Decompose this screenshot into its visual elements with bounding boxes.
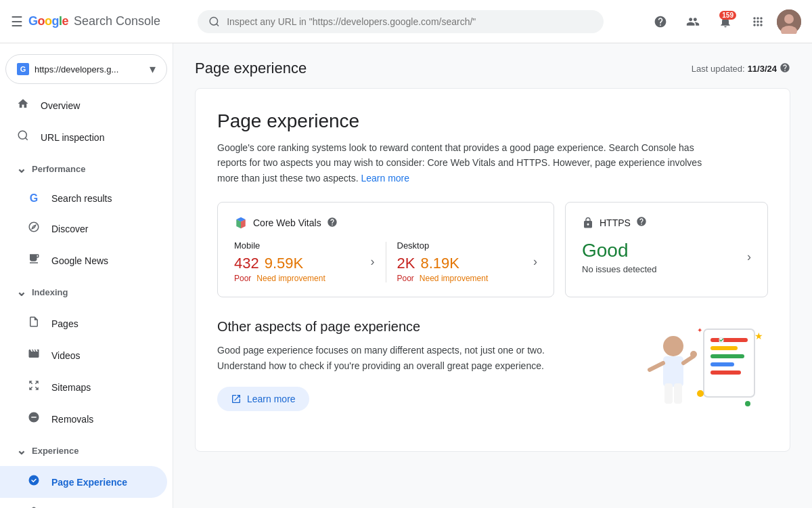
svg-point-25 bbox=[745, 401, 750, 406]
svg-rect-17 bbox=[710, 346, 738, 350]
avatar[interactable] bbox=[777, 9, 801, 34]
g-search-icon: G bbox=[27, 192, 41, 205]
sidebar-item-search-results[interactable]: G Search results bbox=[0, 184, 167, 213]
sidebar-item-url-inspection[interactable]: URL inspection bbox=[0, 121, 167, 153]
mobile-labels-row: Poor Need improvement bbox=[234, 274, 325, 283]
metric-divider bbox=[386, 242, 386, 282]
desktop-numbers: 2K 8.19K bbox=[397, 255, 489, 272]
svg-line-13 bbox=[683, 356, 694, 363]
apps-button[interactable] bbox=[744, 8, 771, 35]
svg-line-12 bbox=[650, 363, 663, 370]
videos-icon bbox=[27, 347, 41, 363]
page-title-bar: Page experience Last updated: 11/3/24 bbox=[195, 60, 790, 77]
sidebar-item-core-web-vitals[interactable]: Core Web Vitals bbox=[0, 498, 167, 508]
desktop-improve-label: Need improvement bbox=[420, 274, 488, 283]
page-title: Page experience bbox=[195, 60, 307, 77]
main-content: Page experience Last updated: 11/3/24 Pa… bbox=[173, 43, 812, 508]
topbar-actions: 159 bbox=[647, 8, 801, 35]
card-title: Page experience bbox=[217, 110, 768, 132]
site-g-icon: G bbox=[17, 63, 29, 75]
sidebar-item-page-experience[interactable]: Page Experience bbox=[0, 466, 167, 498]
sidebar-section-performance[interactable]: ⌄ Performance bbox=[0, 153, 173, 184]
learn-more-button[interactable]: Learn more bbox=[217, 387, 309, 411]
sidebar-item-videos[interactable]: Videos bbox=[0, 339, 167, 371]
https-status-group: Good No issues detected bbox=[582, 240, 657, 274]
mobile-arrow-icon[interactable]: › bbox=[371, 255, 375, 269]
mobile-improve-count: 9.59K bbox=[265, 255, 304, 272]
svg-rect-19 bbox=[710, 362, 734, 366]
product-name: Search Console bbox=[74, 14, 160, 28]
page-experience-illustration: ★ ✦ bbox=[633, 319, 768, 427]
mobile-numbers: 432 9.59K bbox=[234, 255, 325, 272]
sidebar-section-indexing[interactable]: ⌄ Indexing bbox=[0, 276, 173, 308]
cwv-card-title: Core Web Vitals bbox=[234, 216, 338, 230]
desktop-improve-count: 8.19K bbox=[420, 255, 459, 272]
desktop-arrow-icon[interactable]: › bbox=[533, 255, 537, 269]
learn-more-link[interactable]: Learn more bbox=[361, 173, 409, 184]
sidebar-item-removals[interactable]: Removals bbox=[0, 403, 167, 435]
other-aspects-description: Good page experience focuses on many dif… bbox=[217, 343, 556, 373]
https-arrow-icon[interactable]: › bbox=[747, 250, 751, 264]
https-status: Good bbox=[582, 240, 657, 261]
svg-point-3 bbox=[784, 14, 794, 24]
url-inspection-label: URL inspection bbox=[41, 132, 104, 143]
svg-line-6 bbox=[25, 137, 27, 140]
search-icon bbox=[208, 16, 220, 28]
topbar: ☰ Google Search Console 159 bbox=[0, 0, 812, 43]
logo-text: Google bbox=[28, 14, 68, 28]
users-button[interactable] bbox=[679, 8, 706, 35]
https-metric-card[interactable]: HTTPS Good No issues detected › bbox=[565, 202, 768, 297]
cwv-mobile-group: Mobile 432 9.59K Poor Need improvement bbox=[234, 240, 325, 283]
sidebar-section-experience[interactable]: ⌄ Experience bbox=[0, 435, 173, 466]
cwv-metric-card[interactable]: Core Web Vitals Mobile 432 9.59K bbox=[217, 202, 554, 297]
svg-point-14 bbox=[690, 351, 697, 358]
removals-icon bbox=[27, 411, 41, 427]
indexing-section-label: Indexing bbox=[32, 287, 68, 297]
sidebar-item-overview[interactable]: Overview bbox=[0, 89, 167, 121]
last-updated: Last updated: 11/3/24 bbox=[692, 62, 790, 75]
google-news-label: Google News bbox=[51, 255, 108, 266]
site-url: https://developers.g... bbox=[35, 64, 144, 75]
svg-point-0 bbox=[210, 17, 217, 24]
last-updated-help-icon[interactable] bbox=[780, 62, 790, 75]
other-aspects-section: Other aspects of page experience Good pa… bbox=[217, 319, 768, 429]
svg-point-5 bbox=[18, 131, 26, 139]
sidebar-item-sitemaps[interactable]: Sitemaps bbox=[0, 371, 167, 403]
cwv-help-icon[interactable] bbox=[327, 217, 338, 230]
notification-count: 159 bbox=[719, 11, 736, 20]
site-selector[interactable]: G https://developers.g... ▾ bbox=[5, 54, 167, 84]
chevron-down-icon-3: ⌄ bbox=[16, 443, 26, 458]
sidebar: G https://developers.g... ▾ Overview URL… bbox=[0, 43, 173, 508]
sidebar-item-pages[interactable]: Pages bbox=[0, 308, 167, 339]
news-icon bbox=[27, 253, 41, 268]
svg-text:✦: ✦ bbox=[697, 326, 702, 334]
help-button[interactable] bbox=[647, 8, 674, 35]
search-bar[interactable] bbox=[198, 10, 604, 33]
svg-rect-11 bbox=[674, 383, 682, 404]
https-help-icon[interactable] bbox=[636, 216, 647, 229]
mobile-label: Mobile bbox=[234, 240, 325, 251]
https-card-title: HTTPS bbox=[582, 216, 647, 229]
sidebar-item-google-news[interactable]: Google News bbox=[0, 245, 167, 276]
sitemaps-icon bbox=[27, 379, 41, 395]
search-results-label: Search results bbox=[51, 193, 112, 204]
learn-more-label: Learn more bbox=[247, 394, 296, 404]
sitemaps-label: Sitemaps bbox=[51, 382, 91, 393]
notifications-button[interactable]: 159 bbox=[712, 8, 739, 35]
sidebar-item-discover[interactable]: Discover bbox=[0, 213, 167, 245]
svg-rect-16 bbox=[710, 338, 748, 342]
discover-icon bbox=[27, 221, 41, 236]
experience-section-label: Experience bbox=[32, 446, 78, 456]
home-icon bbox=[16, 98, 30, 113]
menu-icon[interactable]: ☰ bbox=[11, 14, 23, 30]
svg-text:★: ★ bbox=[754, 331, 763, 341]
cwv-values: Mobile 432 9.59K Poor Need improvement › bbox=[234, 240, 537, 283]
metrics-row: Core Web Vitals Mobile 432 9.59K bbox=[217, 202, 768, 297]
svg-rect-9 bbox=[663, 356, 683, 387]
mobile-poor-label: Poor bbox=[234, 274, 251, 283]
search-input[interactable] bbox=[227, 16, 593, 27]
svg-line-1 bbox=[217, 24, 219, 26]
illustration-container: ★ ✦ bbox=[633, 319, 768, 429]
page-experience-label: Page Experience bbox=[51, 477, 127, 488]
mobile-poor-count: 432 bbox=[234, 255, 259, 272]
